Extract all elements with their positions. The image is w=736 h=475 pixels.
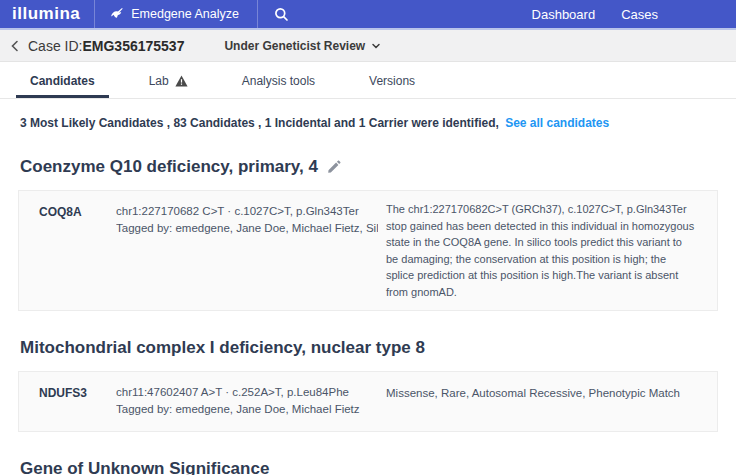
tagged-by: Tagged by: emedgene, Jane Doe, Michael F… xyxy=(116,220,372,237)
top-navigation-bar: illumina Emedgene Analyze Dashboard Case… xyxy=(0,0,736,30)
variant-info: chr1:227170682 C>T · c.1027C>T, p.Gln343… xyxy=(116,191,378,250)
variant-row-ndufs3[interactable]: NDUFS3 chr11:47602407 A>T · c.252A>T, p.… xyxy=(18,371,718,432)
gene-name[interactable]: COQ8A xyxy=(19,191,116,219)
case-header-bar: Case ID:EMG356175537 Under Geneticist Re… xyxy=(0,30,736,62)
tab-lab-label: Lab xyxy=(149,74,169,88)
tagged-by: Tagged by: emedgene, Jane Doe, Michael F… xyxy=(116,401,372,418)
summary-text: 3 Most Likely Candidates , 83 Candidates… xyxy=(20,116,499,130)
product-name: Emedgene Analyze xyxy=(131,7,239,21)
case-id-label: Case ID: xyxy=(28,38,82,54)
warning-triangle-icon xyxy=(175,75,188,87)
section-title: Mitochondrial complex I deficiency, nucl… xyxy=(20,338,425,358)
tab-analysis-tools-label: Analysis tools xyxy=(242,74,315,88)
chevron-down-icon xyxy=(371,41,381,51)
see-all-candidates-link[interactable]: See all candidates xyxy=(505,116,609,130)
hummingbird-icon xyxy=(108,6,124,22)
tab-candidates[interactable]: Candidates xyxy=(16,66,109,98)
variant-notation: chr1:227170682 C>T · c.1027C>T, p.Gln343… xyxy=(116,203,372,220)
tab-bar: Candidates Lab Analysis tools Versions xyxy=(0,66,736,99)
edit-pencil-icon[interactable] xyxy=(327,160,341,174)
section-title: Coenzyme Q10 deficiency, primary, 4 xyxy=(20,157,318,177)
candidates-summary: 3 Most Likely Candidates , 83 Candidates… xyxy=(0,99,736,130)
case-id-value: EMG356175537 xyxy=(82,38,184,54)
case-status-dropdown[interactable]: Under Geneticist Review xyxy=(224,39,381,53)
tab-candidates-label: Candidates xyxy=(30,74,95,88)
tab-lab[interactable]: Lab xyxy=(135,66,202,98)
section-heading-mitochondrial: Mitochondrial complex I deficiency, nucl… xyxy=(20,338,716,358)
search-icon xyxy=(274,7,289,22)
gene-name[interactable]: NDUFS3 xyxy=(19,372,116,400)
nav-dashboard[interactable]: Dashboard xyxy=(532,7,596,22)
variant-description: The chr1:227170682C>T (GRCh37), c.1027C>… xyxy=(378,191,717,310)
illumina-logo[interactable]: illumina xyxy=(0,0,94,28)
back-button[interactable] xyxy=(0,39,28,53)
section-heading-coenzyme-q10: Coenzyme Q10 deficiency, primary, 4 xyxy=(20,157,716,177)
section-heading-unknown-significance: Gene of Unknown Significance xyxy=(20,459,716,475)
tab-versions-label: Versions xyxy=(369,74,415,88)
variant-info: chr11:47602407 A>T · c.252A>T, p.Leu84Ph… xyxy=(116,372,378,431)
tab-versions[interactable]: Versions xyxy=(355,66,429,98)
variant-tags: Missense, Rare, Autosomal Recessive, Phe… xyxy=(378,372,717,412)
topbar-nav: Dashboard Cases xyxy=(532,0,736,28)
variant-row-coq8a[interactable]: COQ8A chr1:227170682 C>T · c.1027C>T, p.… xyxy=(18,190,718,311)
product-switcher[interactable]: Emedgene Analyze xyxy=(95,0,257,28)
nav-cases[interactable]: Cases xyxy=(621,7,658,22)
search-button[interactable] xyxy=(258,0,305,28)
case-status-label: Under Geneticist Review xyxy=(224,39,365,53)
tab-analysis-tools[interactable]: Analysis tools xyxy=(228,66,329,98)
variant-notation: chr11:47602407 A>T · c.252A>T, p.Leu84Ph… xyxy=(116,384,372,401)
section-title: Gene of Unknown Significance xyxy=(20,459,269,475)
topbar-spacer xyxy=(305,0,532,28)
